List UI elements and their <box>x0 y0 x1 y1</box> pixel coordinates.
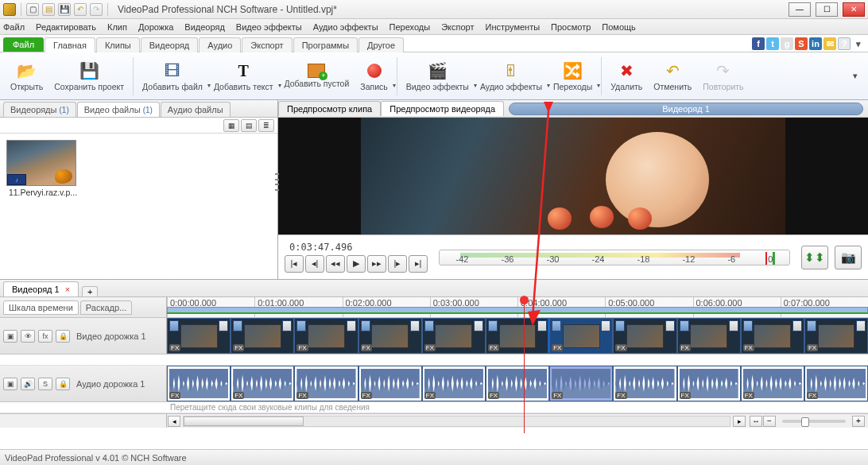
scroll-left-button[interactable]: ◂ <box>168 416 180 427</box>
delete-button[interactable]: ✖Удалить <box>605 54 648 99</box>
timeline-clip[interactable]: FX <box>486 318 549 354</box>
timeline-audio-clip[interactable]: FX <box>804 366 868 401</box>
go-end-button[interactable]: ▸| <box>409 255 428 273</box>
track-visible-icon[interactable]: ▣ <box>3 330 17 343</box>
menu-help[interactable]: Помощь <box>602 22 636 32</box>
splitter-handle[interactable] <box>275 172 279 192</box>
open-button[interactable]: 📂Открыть <box>5 54 48 99</box>
add-sequence-button[interactable]: + <box>82 286 98 296</box>
audio-lane[interactable]: FX FX FX FX FX FX FX FX FX FX FX <box>167 366 868 401</box>
qa-new-icon[interactable]: ▢ <box>26 3 39 16</box>
google-plus-icon[interactable]: g <box>781 37 793 50</box>
save-project-button[interactable]: 💾Сохранить проект <box>48 54 130 99</box>
ribbon-tab-sequence[interactable]: Видеоряд <box>141 37 199 52</box>
timeline-audio-clip[interactable]: FX <box>167 366 231 401</box>
timeline-clip[interactable]: FX <box>358 318 422 354</box>
timeline-audio-clip[interactable]: FX <box>231 366 294 401</box>
qa-save-icon[interactable]: 💾 <box>58 3 71 16</box>
menu-afx[interactable]: Аудио эффекты <box>313 22 378 32</box>
track-lock-icon[interactable]: 🔒 <box>56 330 70 343</box>
bin-clip[interactable]: ♪ 11.Pervyi.raz.v.p... <box>6 140 79 197</box>
play-button[interactable]: ▶ <box>347 255 366 273</box>
menu-export[interactable]: Экспорт <box>441 22 474 32</box>
help-dropdown-icon[interactable]: ▾ <box>852 37 865 50</box>
preview-viewport[interactable] <box>278 118 868 234</box>
snapshot-button[interactable]: 📷 <box>835 246 862 269</box>
track-mute-icon[interactable]: 🔊 <box>21 378 35 390</box>
track-eye-icon[interactable]: 👁 <box>21 330 35 343</box>
menu-file[interactable]: Файл <box>3 22 25 32</box>
add-blank-button[interactable]: +Добавить пустой <box>279 54 355 99</box>
mode-storyboard[interactable]: Раскадр... <box>80 300 132 315</box>
qa-open-icon[interactable]: ▤ <box>42 3 55 16</box>
ribbon-overflow-icon[interactable]: ▾ <box>847 54 863 99</box>
view-list-icon[interactable]: ≣ <box>258 119 274 132</box>
timeline-ruler[interactable]: 0:00:00.0000:01:00.000 0:02:00.0000:03:0… <box>167 297 868 317</box>
preview-tab-sequence[interactable]: Предпросмотр видеоряда <box>381 101 504 116</box>
ribbon-tab-other[interactable]: Другое <box>358 37 404 52</box>
zoom-fit-button[interactable]: ↔ <box>750 416 762 427</box>
menu-track[interactable]: Дорожка <box>138 22 173 32</box>
linkedin-icon[interactable]: in <box>809 37 822 50</box>
close-button[interactable]: ✕ <box>843 2 865 17</box>
minimize-button[interactable]: — <box>789 2 811 17</box>
track-solo-icon[interactable]: S <box>38 378 52 390</box>
scroll-thumb[interactable] <box>184 417 304 426</box>
maximize-button[interactable]: ☐ <box>816 2 838 17</box>
preview-tab-clip[interactable]: Предпросмотр клипа <box>278 101 381 116</box>
ribbon-file-tab[interactable]: Файл <box>3 37 44 52</box>
timeline-clip[interactable]: FX <box>294 318 358 354</box>
menu-view[interactable]: Просмотр <box>551 22 591 32</box>
scroll-right-button[interactable]: ▸ <box>733 416 746 427</box>
timeline-audio-clip-selected[interactable]: FX <box>549 366 613 401</box>
add-file-button[interactable]: 🎞Добавить файл▾ <box>137 54 208 99</box>
qa-undo-icon[interactable]: ↶ <box>74 3 87 16</box>
timeline-audio-clip[interactable]: FX <box>294 366 358 401</box>
step-back-button[interactable]: ◂◂ <box>326 255 345 273</box>
timeline-clip[interactable]: FX <box>613 318 676 354</box>
menu-edit[interactable]: Редактировать <box>36 22 96 32</box>
timeline-audio-clip[interactable]: FX <box>486 366 549 401</box>
record-button[interactable]: Запись▾ <box>355 54 393 99</box>
twitter-icon[interactable]: t <box>766 37 779 50</box>
mode-timeline[interactable]: Шкала времени <box>3 300 79 315</box>
view-medium-icon[interactable]: ▤ <box>241 119 257 132</box>
timeline-clip[interactable]: FX <box>804 318 868 354</box>
transitions-button[interactable]: 🔀Переходы▾ <box>548 54 598 99</box>
menu-sequence[interactable]: Видеоряд <box>184 22 225 32</box>
zoom-out-button[interactable]: − <box>763 416 776 427</box>
redo-button[interactable]: ↷Повторить <box>697 54 749 99</box>
zoom-slider[interactable] <box>782 420 846 423</box>
mail-icon[interactable]: ✉ <box>823 37 836 50</box>
timeline-audio-clip[interactable]: FX <box>422 366 486 401</box>
timeline-clip[interactable]: FX <box>167 318 231 354</box>
track-audio-icon[interactable]: ▣ <box>3 378 17 390</box>
prev-frame-button[interactable]: ◂| <box>305 255 324 273</box>
scroll-trough[interactable] <box>183 416 730 427</box>
menu-vfx[interactable]: Видео эффекты <box>236 22 302 32</box>
menu-tools[interactable]: Инструменты <box>486 22 541 32</box>
track-lock-icon[interactable]: 🔒 <box>56 378 70 390</box>
facebook-icon[interactable]: f <box>752 37 765 50</box>
timeline-clip[interactable]: FX <box>741 318 804 354</box>
timeline-clip[interactable]: FX <box>677 318 741 354</box>
view-large-icon[interactable]: ▦ <box>223 119 239 132</box>
timeline-audio-clip[interactable]: FX <box>358 366 422 401</box>
video-effects-button[interactable]: 🎬Видео эффекты▾ <box>401 54 475 99</box>
zoom-in-button[interactable]: + <box>852 416 865 427</box>
bins-body[interactable]: ♪ 11.Pervyi.raz.v.p... <box>0 134 277 279</box>
menu-clip[interactable]: Клип <box>107 22 127 32</box>
preview-dual-button[interactable]: ⬍⬍ <box>801 246 828 269</box>
step-fwd-button[interactable]: ▸▸ <box>367 255 386 273</box>
ribbon-tab-clips[interactable]: Клипы <box>96 37 140 52</box>
close-sequence-icon[interactable]: × <box>63 285 70 294</box>
sequence-tab[interactable]: Видеоряд 1 × <box>3 281 79 296</box>
undo-button[interactable]: ↶Отменить <box>648 54 697 99</box>
ribbon-tab-programs[interactable]: Программы <box>293 37 358 52</box>
next-frame-button[interactable]: |▸ <box>388 255 407 273</box>
track-fx-icon[interactable]: fx <box>38 330 52 343</box>
timeline-audio-clip[interactable]: FX <box>613 366 676 401</box>
qa-redo-icon[interactable]: ↷ <box>90 3 103 16</box>
bins-tab-sequences[interactable]: Видеоряды (1) <box>3 102 76 117</box>
bins-tab-video[interactable]: Видео файлы (1) <box>77 102 160 117</box>
